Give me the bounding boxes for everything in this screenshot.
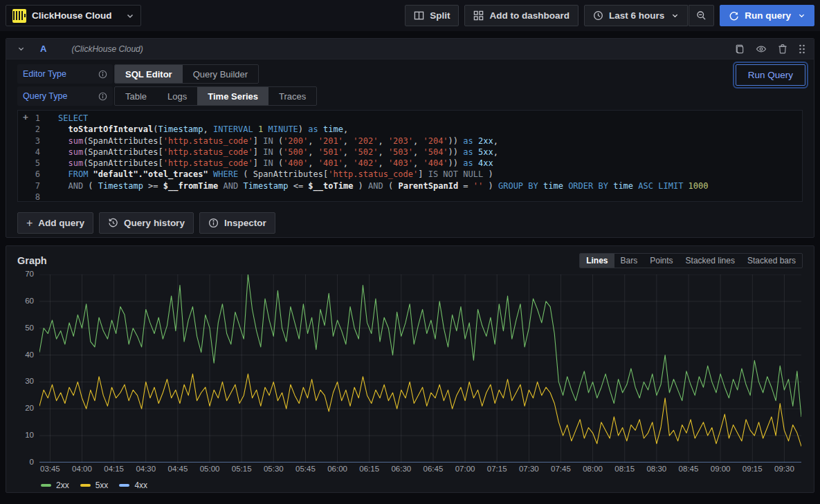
line-number: 1: [18, 113, 40, 124]
plus-icon[interactable]: +: [23, 112, 28, 122]
chevron-down-icon: [126, 12, 134, 20]
info-icon[interactable]: [98, 70, 107, 79]
x-tick-label: 07:30: [519, 465, 539, 473]
clickhouse-logo-icon: [12, 9, 26, 23]
collapse-chevron-icon[interactable]: [15, 45, 28, 53]
chevron-down-icon[interactable]: [798, 12, 805, 19]
option-query-builder[interactable]: Query Builder: [183, 65, 258, 83]
add-to-dashboard-label: Add to dashboard: [489, 10, 570, 21]
inspector-button[interactable]: Inspector: [199, 212, 275, 234]
editor-type-toggle: SQL EditorQuery Builder: [114, 64, 259, 84]
code-gutter: + 12345678: [18, 111, 48, 201]
datasource-picker[interactable]: ClickHouse Cloud: [6, 5, 141, 26]
drag-handle-icon[interactable]: [799, 44, 805, 54]
legend-item-5xx[interactable]: 5xx: [80, 480, 109, 490]
run-query-button[interactable]: Run query: [720, 5, 814, 26]
option-traces[interactable]: Traces: [268, 87, 316, 105]
run-query-editor-button[interactable]: Run Query: [736, 64, 805, 86]
x-tick-label: 06:00: [327, 465, 347, 473]
y-tick-label: 50: [25, 324, 34, 332]
add-query-button[interactable]: + Add query: [17, 212, 93, 234]
code-line[interactable]: [58, 192, 802, 201]
option-bars[interactable]: Bars: [614, 254, 644, 268]
x-tick-label: 06:45: [423, 465, 444, 473]
sql-code-editor[interactable]: + 12345678 SELECT toStartOfInterval(Time…: [17, 110, 803, 202]
dashboard-grid-icon: [473, 10, 484, 21]
x-tick-label: 05:45: [295, 465, 316, 473]
x-tick-label: 05:00: [200, 465, 220, 473]
time-range-button[interactable]: Last 6 hours: [584, 5, 688, 26]
option-time-series[interactable]: Time Series: [197, 87, 268, 105]
x-tick-label: 07:15: [487, 465, 507, 473]
option-logs[interactable]: Logs: [157, 87, 197, 105]
duplicate-query-icon[interactable]: [734, 44, 745, 54]
query-editor-body: Editor Type SQL EditorQuery Builder Quer…: [6, 59, 814, 234]
legend-item-4xx[interactable]: 4xx: [119, 480, 147, 490]
x-tick-label: 06:30: [391, 465, 411, 473]
split-button[interactable]: Split: [405, 5, 459, 26]
x-tick-label: 04:15: [104, 465, 124, 473]
code-line[interactable]: FROM "default"."otel_traces" WHERE ( Spa…: [58, 169, 802, 180]
x-tick-label: 09:30: [774, 465, 794, 473]
option-stacked-bars[interactable]: Stacked bars: [741, 254, 802, 268]
query-type-label: Query Type: [17, 86, 113, 106]
page: { "icons": { "plus": "+" }, "topbar": { …: [0, 0, 820, 504]
history-icon: [108, 218, 118, 228]
option-table[interactable]: Table: [115, 87, 157, 105]
y-tick-label: 30: [25, 377, 34, 385]
y-tick-label: 70: [25, 270, 34, 278]
line-number: 5: [18, 158, 40, 169]
datasource-name: ClickHouse Cloud: [32, 10, 119, 21]
code-line[interactable]: sum(SpanAttributes['http.status_code'] I…: [58, 147, 802, 158]
code-content[interactable]: SELECT toStartOfInterval(Timestamp, INTE…: [48, 111, 802, 201]
x-tick-label: 09:00: [711, 465, 731, 473]
graph-panel-title: Graph: [17, 255, 47, 266]
chart-area: 010203040506070: [39, 274, 801, 463]
query-history-button[interactable]: Query history: [99, 212, 194, 234]
x-tick-label: 05:30: [264, 465, 284, 473]
line-number: 2: [18, 124, 40, 135]
query-row-header: A (ClickHouse Cloud): [6, 39, 814, 59]
code-line[interactable]: SELECT: [58, 113, 802, 124]
x-tick-label: 09:15: [742, 465, 763, 473]
y-tick-label: 0: [30, 458, 34, 466]
plus-icon: +: [26, 217, 33, 230]
code-line[interactable]: AND ( Timestamp >= $__fromTime AND Times…: [58, 180, 802, 192]
x-tick-label: 08:15: [614, 465, 635, 473]
query-ref-id[interactable]: A: [40, 44, 46, 54]
delete-query-trash-icon[interactable]: [778, 44, 787, 54]
add-to-dashboard-button[interactable]: Add to dashboard: [464, 5, 578, 26]
option-sql-editor[interactable]: SQL Editor: [115, 65, 183, 83]
split-label: Split: [430, 10, 450, 21]
chart-legend: 2xx5xx4xx: [41, 479, 807, 492]
y-tick-label: 20: [25, 404, 34, 412]
line-number: 6: [18, 169, 40, 180]
code-line[interactable]: sum(SpanAttributes['http.status_code'] I…: [58, 136, 802, 147]
split-icon: [414, 10, 424, 21]
option-stacked-lines[interactable]: Stacked lines: [680, 254, 741, 268]
legend-label: 2xx: [56, 480, 69, 490]
code-line[interactable]: toStartOfInterval(Timestamp, INTERVAL 1 …: [58, 124, 802, 135]
line-number: 8: [18, 192, 40, 203]
disable-query-eye-icon[interactable]: [756, 44, 767, 55]
info-icon[interactable]: [98, 92, 107, 101]
sync-icon: [729, 10, 739, 21]
legend-item-2xx[interactable]: 2xx: [41, 480, 69, 490]
code-line[interactable]: sum(SpanAttributes['http.status_code'] I…: [58, 158, 802, 169]
line-number: 7: [18, 180, 40, 192]
option-lines[interactable]: Lines: [580, 254, 614, 268]
x-tick-label: 04:45: [168, 465, 188, 473]
graph-style-toggle: LinesBarsPointsStacked linesStacked bars: [579, 253, 803, 268]
clock-icon: [593, 10, 603, 21]
time-series-plot[interactable]: [39, 274, 801, 463]
option-points[interactable]: Points: [644, 254, 679, 268]
time-range-label: Last 6 hours: [609, 10, 664, 21]
y-axis: 010203040506070: [15, 274, 34, 463]
x-axis: 03:4504:0004:1504:3004:4505:0005:1505:30…: [39, 465, 801, 476]
zoom-out-button[interactable]: [689, 5, 714, 26]
line-number: 3: [18, 136, 40, 147]
x-tick-label: 07:00: [455, 465, 475, 473]
x-tick-label: 03:45: [40, 465, 60, 473]
x-tick-label: 04:30: [136, 465, 156, 473]
y-tick-label: 10: [25, 431, 34, 439]
